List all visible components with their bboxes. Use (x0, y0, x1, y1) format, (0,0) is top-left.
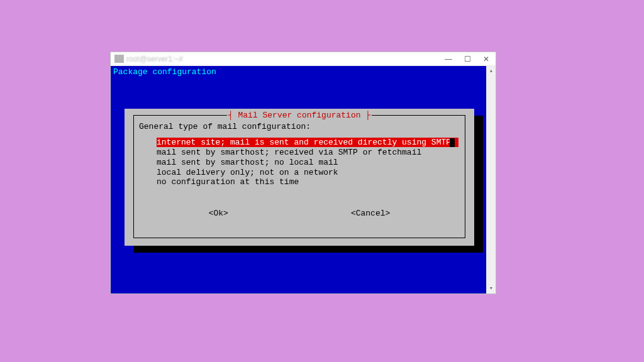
window-buttons: — ☐ ✕ (444, 55, 491, 63)
option-no-config[interactable]: no configuration at this time (157, 177, 299, 187)
vertical-scrollbar[interactable]: ▴ ▾ (486, 66, 496, 293)
terminal-window: root@server1:~# — ☐ ✕ Package configurat… (110, 52, 496, 294)
dialog-prompt: General type of mail configuration: (139, 122, 460, 131)
option-smarthost-fetchmail[interactable]: mail sent by smarthost; received via SMT… (157, 148, 421, 157)
window-titlebar: root@server1:~# — ☐ ✕ (111, 52, 496, 66)
scroll-up-icon[interactable]: ▴ (487, 66, 496, 76)
terminal-area[interactable]: Package configuration ┤ Mail Server conf… (111, 66, 486, 293)
dialog-buttons: <Ok> <Cancel> (139, 209, 460, 218)
cancel-button[interactable]: <Cancel> (351, 209, 390, 218)
minimize-button[interactable]: — (444, 55, 453, 63)
mail-config-dialog: ┤ Mail Server configuration ├ General ty… (125, 109, 474, 246)
terminal-header: Package configuration (113, 67, 216, 77)
dialog-border: ┤ Mail Server configuration ├ General ty… (133, 115, 465, 238)
option-smarthost-nolocal[interactable]: mail sent by smarthost; no local mail (157, 158, 338, 167)
titlebar-left: root@server1:~# (114, 55, 183, 63)
maximize-button[interactable]: ☐ (463, 55, 472, 63)
option-internet-site[interactable]: internet site; mail is sent and received… (157, 138, 458, 147)
options-list: internet site; mail is sent and received… (157, 138, 460, 187)
dialog-content: General type of mail configuration: inte… (134, 116, 465, 218)
window-title: root@server1:~# (126, 55, 183, 63)
option-local-only[interactable]: local delivery only; not on a network (157, 168, 338, 177)
close-button[interactable]: ✕ (482, 55, 491, 63)
ok-button[interactable]: <Ok> (209, 209, 228, 218)
terminal-wrap: Package configuration ┤ Mail Server conf… (111, 66, 496, 293)
scroll-down-icon[interactable]: ▾ (487, 283, 496, 293)
terminal-icon (114, 55, 124, 63)
